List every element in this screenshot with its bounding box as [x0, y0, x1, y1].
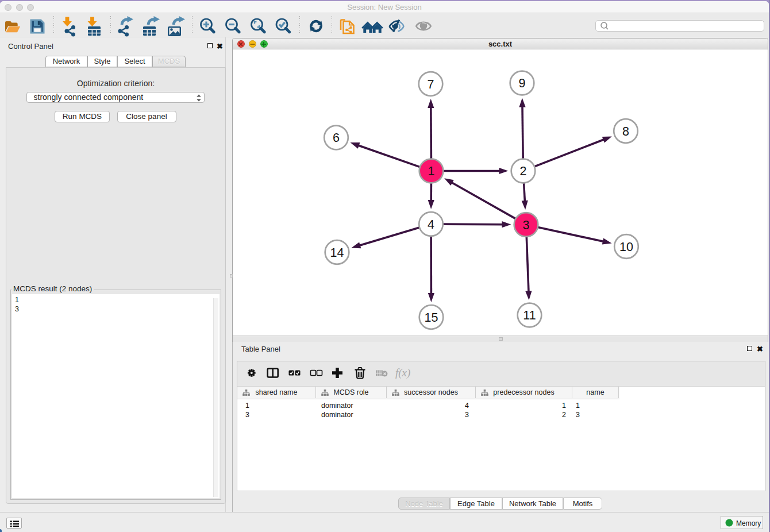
- svg-text:15: 15: [425, 311, 438, 325]
- svg-text:9: 9: [519, 76, 526, 90]
- svg-text:14: 14: [330, 246, 344, 260]
- svg-text:4: 4: [428, 218, 434, 232]
- svg-text:1: 1: [428, 164, 435, 178]
- svg-text:7: 7: [428, 78, 434, 91]
- svg-text:10: 10: [619, 240, 633, 254]
- svg-text:11: 11: [523, 309, 536, 322]
- svg-text:3: 3: [523, 218, 530, 232]
- svg-text:6: 6: [333, 131, 340, 145]
- svg-text:2: 2: [520, 164, 527, 178]
- svg-text:f(x): f(x): [395, 367, 410, 379]
- svg-text:Memory: Memory: [736, 519, 761, 527]
- svg-text:8: 8: [622, 125, 629, 138]
